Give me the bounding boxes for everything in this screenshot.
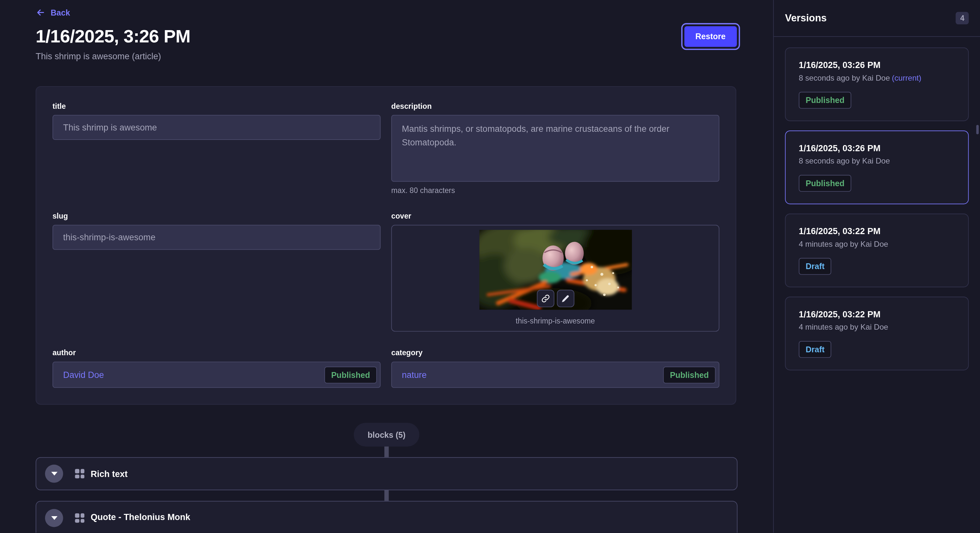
category-relation: nature Published xyxy=(391,362,719,388)
entry-fields-panel: title This shrimp is awesome description… xyxy=(36,86,736,405)
copy-link-button[interactable] xyxy=(537,290,554,307)
blocks-connector-line xyxy=(384,490,389,501)
version-timestamp: 1/16/2025, 03:22 PM xyxy=(799,226,955,236)
arrow-left-icon xyxy=(36,8,46,17)
accordion-title: Rich text xyxy=(91,468,128,479)
field-title-label: title xyxy=(52,102,380,110)
category-relation-link[interactable]: nature xyxy=(402,370,427,380)
version-timestamp: 1/16/2025, 03:26 PM xyxy=(799,60,955,70)
field-cover-label: cover xyxy=(391,212,719,220)
field-title: title This shrimp is awesome xyxy=(52,102,380,195)
caret-down-icon xyxy=(51,471,57,476)
field-cover: cover xyxy=(391,212,719,332)
link-icon xyxy=(541,294,550,303)
versions-count-badge: 4 xyxy=(956,12,969,25)
category-status-badge: Published xyxy=(663,366,716,383)
version-meta: 4 minutes ago by Kai Doe xyxy=(799,323,955,332)
cover-media-card: this-shrimp-is-awesome xyxy=(391,225,719,332)
versions-sidebar: Versions 4 1/16/2025, 03:26 PM 8 seconds… xyxy=(773,0,980,533)
field-description: description Mantis shrimps, or stomatopo… xyxy=(391,102,719,195)
version-current-label: (current) xyxy=(892,74,921,82)
version-timestamp: 1/16/2025, 03:26 PM xyxy=(799,143,955,153)
version-card[interactable]: 1/16/2025, 03:22 PM 4 minutes ago by Kai… xyxy=(785,297,969,370)
block-accordion-rich-text[interactable]: Rich text xyxy=(36,457,738,490)
restore-button-focus-ring: Restore xyxy=(681,23,740,50)
version-timestamp: 1/16/2025, 03:22 PM xyxy=(799,309,955,319)
field-author: author David Doe Published xyxy=(52,348,380,388)
field-author-label: author xyxy=(52,348,380,357)
drag-grid-icon xyxy=(75,469,84,478)
accordion-toggle-button[interactable] xyxy=(45,465,63,483)
blocks-count-pill: blocks (5) xyxy=(354,423,419,447)
author-status-badge: Published xyxy=(325,366,377,383)
drag-grid-icon xyxy=(75,513,84,523)
version-status-badge: Published xyxy=(799,92,851,108)
cover-actions xyxy=(537,290,574,307)
version-status-badge: Draft xyxy=(799,258,832,274)
field-category: category nature Published xyxy=(391,348,719,388)
field-slug: slug this-shrimp-is-awesome xyxy=(52,212,380,332)
field-description-label: description xyxy=(391,102,719,110)
sidebar-scrollbar-thumb[interactable] xyxy=(976,125,979,134)
version-history-page: Back 1/16/2025, 3:26 PM This shrimp is a… xyxy=(0,0,980,533)
pencil-icon xyxy=(561,294,570,303)
main-content: Back 1/16/2025, 3:26 PM This shrimp is a… xyxy=(0,0,773,533)
versions-list: 1/16/2025, 03:26 PM 8 seconds ago by Kai… xyxy=(774,37,980,381)
description-textarea[interactable]: Mantis shrimps, or stomatopods, are mari… xyxy=(391,115,719,182)
accordion-toggle-button[interactable] xyxy=(45,509,63,527)
versions-title: Versions xyxy=(785,13,827,24)
author-relation-link[interactable]: David Doe xyxy=(63,370,104,380)
field-category-label: category xyxy=(391,348,719,357)
blocks-connector-line xyxy=(384,447,389,457)
version-meta: 8 seconds ago by Kai Doe xyxy=(799,157,955,165)
description-hint: max. 80 characters xyxy=(391,186,719,195)
author-relation: David Doe Published xyxy=(52,362,380,388)
version-card-selected[interactable]: 1/16/2025, 03:26 PM 8 seconds ago by Kai… xyxy=(785,130,969,204)
block-accordion-quote[interactable]: Quote - Thelonius Monk xyxy=(36,501,738,533)
restore-button[interactable]: Restore xyxy=(684,26,737,47)
field-slug-label: slug xyxy=(52,212,380,220)
versions-header: Versions 4 xyxy=(774,0,980,37)
version-meta: 4 minutes ago by Kai Doe xyxy=(799,240,955,249)
back-label: Back xyxy=(51,8,70,17)
slug-input[interactable]: this-shrimp-is-awesome xyxy=(52,225,380,250)
back-link[interactable]: Back xyxy=(36,8,773,17)
title-input[interactable]: This shrimp is awesome xyxy=(52,115,380,140)
version-status-badge: Draft xyxy=(799,341,832,358)
caret-down-icon xyxy=(51,516,57,520)
version-meta: 8 seconds ago by Kai Doe(current) xyxy=(799,74,955,82)
cover-filename: this-shrimp-is-awesome xyxy=(392,317,719,325)
version-status-badge: Published xyxy=(799,175,851,192)
page-subtitle: This shrimp is awesome (article) xyxy=(36,51,773,61)
page-title: 1/16/2025, 3:26 PM xyxy=(36,26,773,47)
edit-media-button[interactable] xyxy=(557,290,574,307)
version-card[interactable]: 1/16/2025, 03:22 PM 4 minutes ago by Kai… xyxy=(785,214,969,287)
version-card[interactable]: 1/16/2025, 03:26 PM 8 seconds ago by Kai… xyxy=(785,48,969,121)
accordion-title: Quote - Thelonius Monk xyxy=(91,512,190,522)
